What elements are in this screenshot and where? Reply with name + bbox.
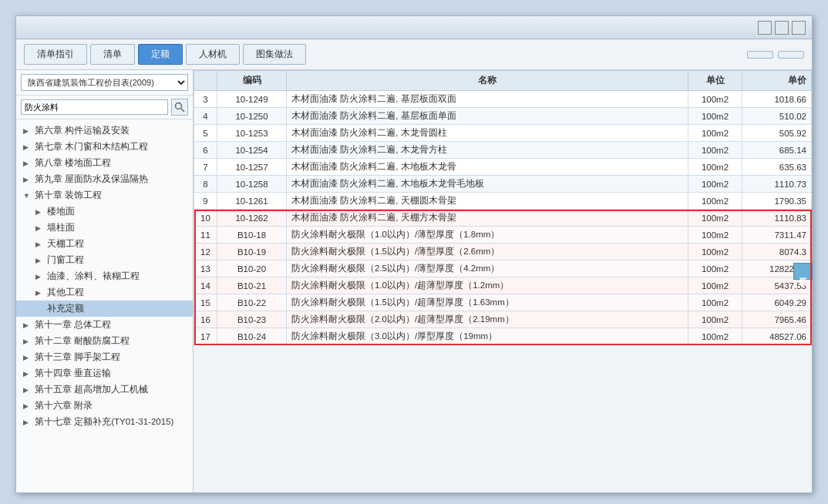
cell-unit: 100m2 <box>688 193 742 210</box>
table-row[interactable]: 13 B10-20 防火涂料耐火极限（2.5以内）/薄型厚度（4.2mm） 10… <box>194 260 812 277</box>
content-area: 陕西省建筑装饰工程价目表(2009) ▶第六章 构件运输及安装▶第七章 木门窗和… <box>16 70 812 492</box>
tree-item[interactable]: ▶第九章 屋面防水及保温隔热 <box>16 171 193 187</box>
search-icon <box>174 102 185 113</box>
tree-item[interactable]: ▶第十五章 超高增加人工机械 <box>16 381 193 398</box>
cell-no: 9 <box>194 193 217 210</box>
tab-rencaiji[interactable]: 人材机 <box>186 44 240 65</box>
close-button[interactable] <box>792 21 806 35</box>
table-row[interactable]: 9 10-1261 木材面油漆 防火涂料二遍, 天棚圆木骨架 100m2 179… <box>194 193 812 210</box>
cell-code: B10-21 <box>217 277 287 294</box>
tree-item[interactable]: 补充定额 <box>16 301 193 317</box>
query-dialog: 清单指引 清单 定额 人材机 图集做法 陕西省建筑装饰工程价目表(2009) <box>15 15 813 493</box>
cell-no: 15 <box>194 294 217 311</box>
cell-no: 8 <box>194 176 217 193</box>
cell-unit: 100m2 <box>688 227 742 244</box>
cell-name: 防火涂料耐火极限（3.0以内）/厚型厚度（19mm） <box>287 328 688 345</box>
tree-item[interactable]: ▶其他工程 <box>16 284 193 301</box>
cell-price: 1110.83 <box>742 210 812 227</box>
tree-item[interactable]: ▶第十四章 垂直运输 <box>16 365 193 381</box>
right-buttons <box>747 51 804 59</box>
side-label-gongchengliang[interactable]: 工程量 <box>793 263 813 280</box>
cell-unit: 100m2 <box>688 260 742 277</box>
minimize-button[interactable] <box>758 21 772 35</box>
tree-item[interactable]: ▶第十三章 脚手架工程 <box>16 349 193 365</box>
tree-item[interactable]: ▶天棚工程 <box>16 236 193 252</box>
cell-unit: 100m2 <box>688 294 742 311</box>
cell-name: 木材面油漆 防火涂料二遍, 木地板木龙骨 <box>287 159 688 176</box>
table-row[interactable]: 14 B10-21 防火涂料耐火极限（1.0以内）/超薄型厚度（1.2mm） 1… <box>194 277 812 294</box>
tree-item[interactable]: ▶第十一章 总体工程 <box>16 317 193 333</box>
cell-unit: 100m2 <box>688 142 742 159</box>
tree-item[interactable]: ▶门窗工程 <box>16 252 193 268</box>
tab-tuji-zuofa[interactable]: 图集做法 <box>243 44 306 65</box>
table-row[interactable]: 6 10-1254 木材面油漆 防火涂料二遍, 木龙骨方柱 100m2 685.… <box>194 142 812 159</box>
table-row[interactable]: 17 B10-24 防火涂料耐火极限（3.0以内）/厚型厚度（19mm） 100… <box>194 328 812 345</box>
cell-unit: 100m2 <box>688 311 742 328</box>
tree-item[interactable]: ▶楼地面 <box>16 203 193 220</box>
cell-no: 12 <box>194 244 217 260</box>
cell-code: B10-22 <box>217 294 287 311</box>
right-panel: 编码 名称 单位 单价 3 10-1249 木材面油漆 防火涂料二遍, 基层板面… <box>194 70 812 492</box>
table-row[interactable]: 11 B10-18 防火涂料耐火极限（1.0以内）/薄型厚度（1.8mm） 10… <box>194 227 812 244</box>
cell-unit: 100m2 <box>688 210 742 227</box>
tree-item[interactable]: ▶第十六章 附录 <box>16 398 193 414</box>
tab-qingdan[interactable]: 清单 <box>90 44 135 65</box>
table-row[interactable]: 7 10-1257 木材面油漆 防火涂料二遍, 木地板木龙骨 100m2 635… <box>194 159 812 176</box>
table-row[interactable]: 4 10-1250 木材面油漆 防火涂料二遍, 基层板面单面 100m2 510… <box>194 108 812 125</box>
cell-unit: 100m2 <box>688 244 742 260</box>
col-header-price: 单价 <box>742 71 812 91</box>
cell-unit: 100m2 <box>688 108 742 125</box>
cell-code: 10-1262 <box>217 210 287 227</box>
col-header-unit: 单位 <box>688 71 742 91</box>
left-panel: 陕西省建筑装饰工程价目表(2009) ▶第六章 构件运输及安装▶第七章 木门窗和… <box>16 70 194 492</box>
tree-item[interactable]: ▶油漆、涂料、裱糊工程 <box>16 268 193 284</box>
maximize-button[interactable] <box>775 21 789 35</box>
table-row[interactable]: 15 B10-22 防火涂料耐火极限（1.5以内）/超薄型厚度（1.63mm） … <box>194 294 812 311</box>
tab-dinge[interactable]: 定额 <box>138 44 183 65</box>
table-row[interactable]: 5 10-1253 木材面油漆 防火涂料二遍, 木龙骨圆柱 100m2 505.… <box>194 125 812 142</box>
cell-code: B10-23 <box>217 311 287 328</box>
replace-button[interactable] <box>778 51 804 59</box>
table-row[interactable]: 8 10-1258 木材面油漆 防火涂料二遍, 木地板木龙骨毛地板 100m2 … <box>194 176 812 193</box>
insert-button[interactable] <box>747 51 773 59</box>
cell-name: 防火涂料耐火极限（1.5以内）/薄型厚度（2.6mm） <box>287 244 688 260</box>
tree-item[interactable]: ▶第八章 楼地面工程 <box>16 155 193 171</box>
cell-price: 510.02 <box>742 108 812 125</box>
title-bar <box>16 16 812 39</box>
cell-unit: 100m2 <box>688 159 742 176</box>
data-table: 编码 名称 单位 单价 3 10-1249 木材面油漆 防火涂料二遍, 基层板面… <box>194 70 812 345</box>
svg-point-0 <box>176 103 182 109</box>
tree-item[interactable]: ▶第十七章 定额补充(TY01-31-2015) <box>16 414 193 430</box>
table-row[interactable]: 12 B10-19 防火涂料耐火极限（1.5以内）/薄型厚度（2.6mm） 10… <box>194 244 812 260</box>
search-input[interactable] <box>21 99 168 115</box>
tree-item[interactable]: ▶第十二章 耐酸防腐工程 <box>16 333 193 349</box>
cell-name: 木材面油漆 防火涂料二遍, 木龙骨圆柱 <box>287 125 688 142</box>
cell-no: 11 <box>194 227 217 244</box>
price-list-dropdown[interactable]: 陕西省建筑装饰工程价目表(2009) <box>21 74 188 91</box>
cell-price: 1790.35 <box>742 193 812 210</box>
cell-price: 6049.29 <box>742 294 812 311</box>
title-buttons <box>758 21 806 35</box>
table-row[interactable]: 16 B10-23 防火涂料耐火极限（2.0以内）/超薄型厚度（2.19mm） … <box>194 311 812 328</box>
cell-code: 10-1258 <box>217 176 287 193</box>
cell-price: 635.63 <box>742 159 812 176</box>
table-row[interactable]: 3 10-1249 木材面油漆 防火涂料二遍, 基层板面双面 100m2 101… <box>194 91 812 108</box>
table-container: 编码 名称 单位 单价 3 10-1249 木材面油漆 防火涂料二遍, 基层板面… <box>194 70 812 492</box>
cell-unit: 100m2 <box>688 176 742 193</box>
cell-name: 木材面油漆 防火涂料二遍, 木龙骨方柱 <box>287 142 688 159</box>
cell-code: 10-1261 <box>217 193 287 210</box>
tree-item[interactable]: ▶第七章 木门窗和木结构工程 <box>16 139 193 155</box>
tree-item[interactable]: ▶墙柱面 <box>16 220 193 236</box>
cell-code: 10-1257 <box>217 159 287 176</box>
cell-code: 10-1249 <box>217 91 287 108</box>
table-row[interactable]: 10 10-1262 木材面油漆 防火涂料二遍, 天棚方木骨架 100m2 11… <box>194 210 812 227</box>
tree-item[interactable]: ▼第十章 装饰工程 <box>16 187 193 203</box>
dropdown-row: 陕西省建筑装饰工程价目表(2009) <box>16 70 193 96</box>
cell-code: B10-20 <box>217 260 287 277</box>
tab-qingdan-zhiyin[interactable]: 清单指引 <box>24 44 87 65</box>
search-icon-button[interactable] <box>171 99 188 116</box>
cell-name: 木材面油漆 防火涂料二遍, 基层板面双面 <box>287 91 688 108</box>
cell-code: B10-19 <box>217 244 287 260</box>
tree-item[interactable]: ▶第六章 构件运输及安装 <box>16 123 193 139</box>
cell-no: 6 <box>194 142 217 159</box>
